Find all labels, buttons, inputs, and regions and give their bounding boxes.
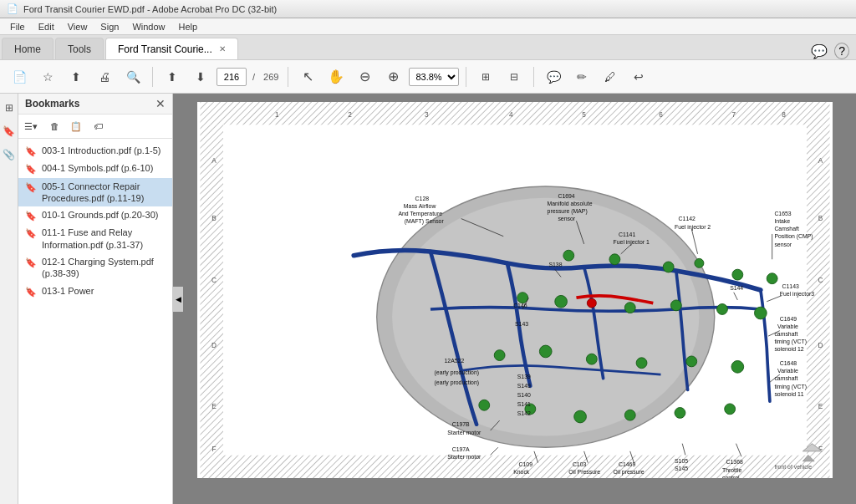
svg-text:camshaft: camshaft: [774, 375, 797, 381]
print-button[interactable]: 🖨: [92, 65, 117, 89]
page-input[interactable]: [217, 68, 247, 86]
pdf-viewer[interactable]: ◀ 1 2 3 4: [173, 94, 856, 504]
hand-tool-button[interactable]: ✋: [324, 65, 349, 89]
svg-text:Manifold absolute: Manifold absolute: [547, 201, 592, 206]
svg-text:5: 5: [582, 111, 586, 119]
fit-width-button[interactable]: ⊟: [502, 65, 527, 89]
sep3: [466, 67, 466, 87]
menu-item-file[interactable]: File: [3, 18, 32, 34]
svg-text:Starter motor: Starter motor: [447, 454, 482, 460]
svg-point-51: [675, 408, 685, 419]
zoom-fit-button[interactable]: 🔍: [120, 65, 145, 89]
bookmark-item[interactable]: 🔖013-1 Power: [18, 283, 172, 300]
svg-text:(early production): (early production): [434, 379, 479, 386]
svg-text:S145: S145: [675, 466, 688, 471]
menu-item-sign[interactable]: Sign: [94, 18, 125, 34]
svg-text:sensor 1: sensor 1: [513, 477, 536, 478]
menu-item-view[interactable]: View: [61, 18, 94, 34]
bookmarks-close-button[interactable]: ✕: [155, 97, 166, 110]
upload-button[interactable]: ⬆: [64, 65, 89, 89]
svg-text:(MAFT) Sensor: (MAFT) Sensor: [404, 218, 444, 225]
menu-item-edit[interactable]: Edit: [32, 18, 61, 34]
bookmark-item[interactable]: 🔖005-1 Connector Repair Procedures.pdf (…: [18, 178, 172, 207]
bookmarks-icon[interactable]: 🔖: [2, 124, 17, 139]
highlight-button[interactable]: ✏: [569, 65, 594, 89]
svg-text:C1469: C1469: [618, 461, 634, 467]
svg-text:control: control: [614, 477, 632, 478]
select-tool-button[interactable]: ↖: [295, 65, 320, 89]
bookmark-item[interactable]: 🔖004-1 Symbols.pdf (p.6-10): [18, 160, 172, 177]
comment-icon[interactable]: 💬: [811, 43, 828, 59]
svg-text:C1368: C1368: [726, 459, 742, 465]
more-tools-button[interactable]: ↩: [626, 65, 651, 89]
svg-text:C: C: [818, 277, 823, 284]
panel-collapse-button[interactable]: ◀: [173, 287, 183, 312]
svg-point-46: [731, 360, 743, 373]
menubar: FileEditViewSignWindowHelp: [0, 18, 856, 35]
svg-text:solenoid 11: solenoid 11: [774, 391, 803, 397]
svg-text:E: E: [818, 403, 823, 410]
svg-text:Variable: Variable: [777, 323, 798, 329]
svg-point-35: [554, 295, 567, 308]
zoom-in-button[interactable]: ⊕: [380, 65, 405, 89]
svg-text:D: D: [818, 342, 823, 349]
bookmarks-toolbar: ☰▾ 🗑 📋 🏷: [18, 115, 172, 139]
svg-point-50: [624, 410, 635, 420]
comment-tool-button[interactable]: 💬: [541, 65, 566, 89]
zoom-select[interactable]: 83.8% 50% 75% 100% 125% 150%: [409, 68, 459, 86]
bookmark-item[interactable]: 🔖010-1 Grounds.pdf (p.20-30): [18, 206, 172, 224]
menu-item-help[interactable]: Help: [172, 18, 205, 34]
pdf-page: 1 2 3 4 5 6 7 8 A B C D E F A B C D: [197, 102, 833, 478]
svg-text:A: A: [211, 157, 217, 165]
svg-text:S105: S105: [675, 458, 688, 464]
tab-home[interactable]: Home: [2, 38, 54, 59]
bookmark-item[interactable]: 🔖011-1 Fuse and Relay Information.pdf (p…: [18, 224, 172, 253]
properties-bookmark-button[interactable]: 🏷: [89, 118, 107, 135]
bookmarks-menu-button[interactable]: ☰▾: [23, 118, 42, 135]
svg-text:A: A: [818, 157, 823, 165]
expand-bookmark-button[interactable]: 📋: [67, 118, 85, 135]
bookmark-item[interactable]: 🔖012-1 Charging System.pdf (p.38-39): [18, 253, 172, 283]
new-button[interactable]: 📄: [7, 65, 32, 89]
svg-text:timing (VCT): timing (VCT): [774, 339, 807, 345]
svg-text:Throttle: Throttle: [721, 467, 741, 473]
left-panel-icons: ⊞ 🔖 📎: [0, 94, 18, 504]
svg-text:S143: S143: [515, 321, 528, 327]
thumbnail-icon[interactable]: ⊞: [2, 100, 17, 115]
svg-text:sensor: sensor: [774, 242, 792, 247]
svg-point-29: [609, 254, 619, 265]
svg-point-49: [573, 410, 586, 423]
bookmark-button[interactable]: ☆: [35, 65, 60, 89]
bookmark-icon: 🔖: [25, 227, 37, 239]
svg-text:C: C: [211, 277, 217, 284]
svg-text:S139: S139: [517, 374, 530, 379]
svg-text:S140: S140: [517, 392, 530, 398]
bookmark-icon: 🔖: [25, 163, 37, 175]
bookmark-icon: 🔖: [25, 145, 37, 157]
tab-document[interactable]: Ford Transit Courie... ✕: [105, 38, 238, 59]
delete-bookmark-button[interactable]: 🗑: [45, 118, 64, 135]
toolbar: 📄 ☆ ⬆ 🖨 🔍 ⬆ ⬇ / 269 ↖ ✋ ⊖ ⊕ 83.8% 50% 75…: [0, 60, 856, 94]
tab-tools[interactable]: Tools: [55, 38, 104, 59]
fit-page-button[interactable]: ⊞: [473, 65, 498, 89]
help-icon[interactable]: ?: [834, 43, 849, 59]
svg-text:S149: S149: [517, 383, 530, 389]
svg-text:4: 4: [509, 111, 513, 119]
tab-close-button[interactable]: ✕: [219, 44, 226, 53]
menu-item-window[interactable]: Window: [125, 18, 171, 34]
sep4: [533, 67, 534, 87]
svg-text:C1142: C1142: [678, 216, 695, 221]
prev-page-button[interactable]: ⬆: [160, 65, 185, 89]
next-page-button[interactable]: ⬇: [188, 65, 213, 89]
bookmark-item[interactable]: 🔖003-1 Introduction.pdf (p.1-5): [18, 142, 172, 160]
stamp-button[interactable]: 🖊: [598, 65, 623, 89]
title-text: Ford Transit Courier EWD.pdf - Adobe Acr…: [23, 4, 277, 14]
svg-text:timing (VCT): timing (VCT): [774, 384, 807, 390]
tabbar: Home Tools Ford Transit Courie... ✕ 💬 ?: [0, 35, 856, 60]
svg-point-27: [392, 198, 699, 436]
svg-text:C103: C103: [572, 461, 586, 467]
attachment-icon[interactable]: 📎: [2, 147, 17, 162]
svg-point-52: [724, 404, 735, 415]
bookmark-icon: 🔖: [25, 286, 37, 298]
zoom-out-button[interactable]: ⊖: [352, 65, 377, 89]
